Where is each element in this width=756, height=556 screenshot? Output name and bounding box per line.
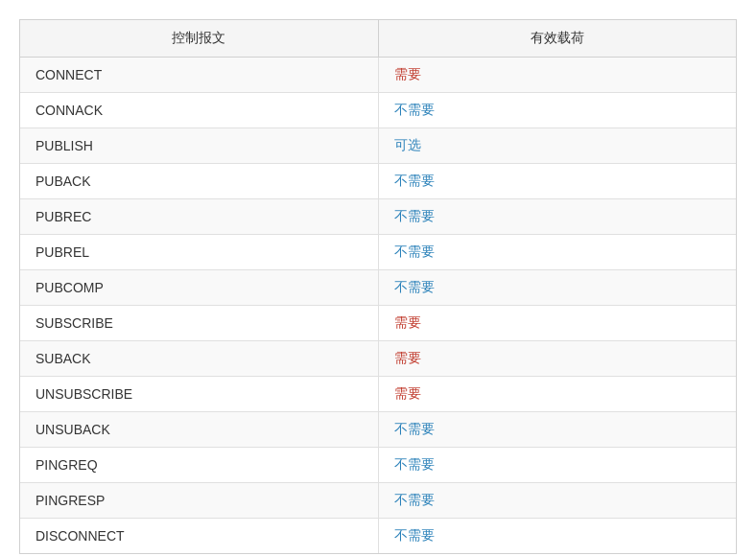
cell-command: PUBREL — [20, 235, 378, 270]
cell-command: PINGRESP — [20, 483, 378, 519]
cell-payload: 不需要 — [378, 164, 736, 199]
cell-payload: 不需要 — [378, 270, 736, 306]
cell-payload: 不需要 — [378, 519, 736, 554]
cell-command: CONNACK — [20, 93, 378, 128]
cell-payload: 可选 — [378, 128, 736, 164]
table-body: CONNECT需要CONNACK不需要PUBLISH可选PUBACK不需要PUB… — [20, 58, 736, 554]
cell-payload: 需要 — [378, 377, 736, 412]
cell-command: PUBREC — [20, 199, 378, 235]
cell-payload: 不需要 — [378, 93, 736, 128]
cell-command: PUBACK — [20, 164, 378, 199]
cell-payload: 不需要 — [378, 412, 736, 448]
table-row: DISCONNECT不需要 — [20, 519, 736, 554]
table-row: PINGRESP不需要 — [20, 483, 736, 519]
cell-command: PUBCOMP — [20, 270, 378, 306]
cell-payload: 需要 — [378, 58, 736, 93]
main-table-wrapper: 控制报文 有效载荷 CONNECT需要CONNACK不需要PUBLISH可选PU… — [19, 19, 737, 554]
cell-command: PINGREQ — [20, 448, 378, 483]
cell-command: SUBACK — [20, 341, 378, 377]
cell-payload: 不需要 — [378, 483, 736, 519]
cell-command: PUBLISH — [20, 128, 378, 164]
table-row: UNSUBSCRIBE需要 — [20, 377, 736, 412]
table-header-row: 控制报文 有效载荷 — [20, 20, 736, 58]
cell-payload: 不需要 — [378, 448, 736, 483]
table-row: PUBCOMP不需要 — [20, 270, 736, 306]
cell-command: UNSUBSCRIBE — [20, 377, 378, 412]
cell-command: CONNECT — [20, 58, 378, 93]
col-header-payload: 有效载荷 — [378, 20, 736, 58]
table-row: PUBREL不需要 — [20, 235, 736, 270]
cell-payload: 不需要 — [378, 235, 736, 270]
table-row: SUBSCRIBE需要 — [20, 306, 736, 341]
table-row: CONNECT需要 — [20, 58, 736, 93]
table-row: PUBACK不需要 — [20, 164, 736, 199]
table-row: PINGREQ不需要 — [20, 448, 736, 483]
cell-command: SUBSCRIBE — [20, 306, 378, 341]
table-row: PUBREC不需要 — [20, 199, 736, 235]
table-row: SUBACK需要 — [20, 341, 736, 377]
cell-payload: 需要 — [378, 306, 736, 341]
mqtt-table: 控制报文 有效载荷 CONNECT需要CONNACK不需要PUBLISH可选PU… — [20, 20, 736, 553]
cell-payload: 不需要 — [378, 199, 736, 235]
cell-payload: 需要 — [378, 341, 736, 377]
cell-command: DISCONNECT — [20, 519, 378, 554]
table-row: CONNACK不需要 — [20, 93, 736, 128]
cell-command: UNSUBACK — [20, 412, 378, 448]
table-row: PUBLISH可选 — [20, 128, 736, 164]
col-header-command: 控制报文 — [20, 20, 378, 58]
table-row: UNSUBACK不需要 — [20, 412, 736, 448]
